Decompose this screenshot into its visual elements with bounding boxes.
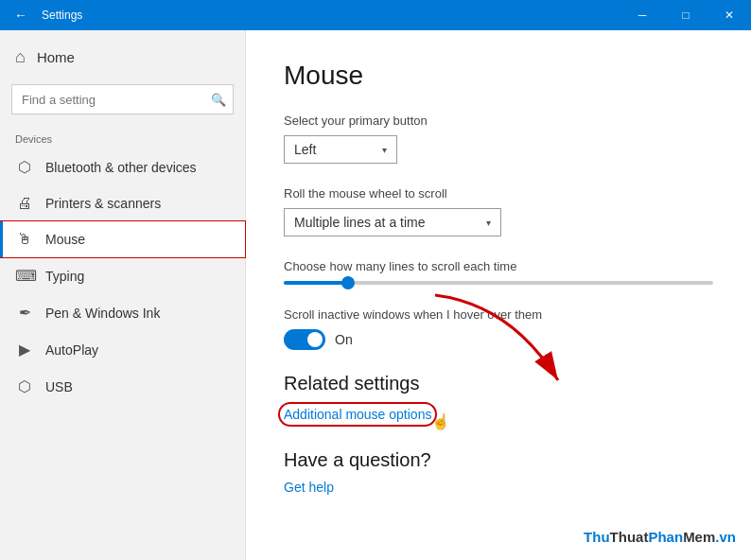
home-label: Home <box>37 49 75 65</box>
cursor-icon: ☝ <box>431 412 450 430</box>
close-icon: ✕ <box>725 9 734 22</box>
slider-track[interactable] <box>284 281 713 285</box>
sidebar-item-printers-label: Printers & scanners <box>45 196 161 211</box>
sidebar-item-pen-label: Pen & Windows Ink <box>45 306 160 321</box>
sidebar-item-bluetooth-label: Bluetooth & other devices <box>45 160 197 175</box>
additional-mouse-link-wrapper: Additional mouse options ☝ <box>284 406 431 423</box>
question-title: Have a question? <box>284 449 713 471</box>
scroll-wheel-label: Roll the mouse wheel to scroll <box>284 186 713 201</box>
sidebar-item-typing-label: Typing <box>45 269 84 284</box>
sidebar-item-mouse[interactable]: 🖱 Mouse <box>0 221 245 257</box>
scroll-inactive-section: Scroll inactive windows when I hover ove… <box>284 307 713 350</box>
scroll-inactive-toggle[interactable] <box>284 329 325 350</box>
primary-button-dropdown[interactable]: Left ▾ <box>284 135 397 164</box>
printers-icon: 🖨 <box>15 195 34 212</box>
titlebar: ← Settings ─ □ ✕ <box>0 0 751 30</box>
sidebar-item-autoplay-label: AutoPlay <box>45 342 98 358</box>
related-settings-title: Related settings <box>284 373 713 394</box>
window-controls: ─ □ ✕ <box>620 0 751 30</box>
toggle-label: On <box>335 332 353 347</box>
slider-container <box>284 281 713 285</box>
watermark-vn: .vn <box>715 529 736 545</box>
additional-mouse-link[interactable]: Additional mouse options <box>284 407 431 422</box>
sidebar-item-usb-label: USB <box>45 379 73 394</box>
sidebar-item-printers[interactable]: 🖨 Printers & scanners <box>0 185 245 221</box>
sidebar-item-typing[interactable]: ⌨ Typing <box>0 257 245 294</box>
sidebar-item-usb[interactable]: ⬡ USB <box>0 368 245 405</box>
primary-button-value: Left <box>294 142 316 157</box>
main-layout: ⌂ Home 🔍 Devices ⬡ Bluetooth & other dev… <box>0 30 751 560</box>
sidebar-home[interactable]: ⌂ Home <box>0 38 245 77</box>
sidebar-search-area: 🔍 <box>11 84 234 114</box>
watermark-thuat: Thuat <box>610 529 649 545</box>
page-title: Mouse <box>284 61 713 91</box>
pen-icon: ✒ <box>15 304 34 322</box>
bluetooth-icon: ⬡ <box>15 158 34 176</box>
watermark-phan: Phan <box>648 529 683 545</box>
typing-icon: ⌨ <box>15 267 34 285</box>
search-input[interactable] <box>11 84 234 114</box>
sidebar: ⌂ Home 🔍 Devices ⬡ Bluetooth & other dev… <box>0 30 246 560</box>
lines-label: Choose how many lines to scroll each tim… <box>284 259 713 273</box>
search-icon: 🔍 <box>211 93 226 107</box>
primary-button-arrow: ▾ <box>382 145 387 155</box>
scroll-arrow: ▾ <box>486 218 491 228</box>
slider-fill <box>284 281 348 285</box>
sidebar-item-pen[interactable]: ✒ Pen & Windows Ink <box>0 294 245 331</box>
slider-thumb[interactable] <box>341 276 355 289</box>
app-title: Settings <box>42 9 82 22</box>
scroll-wheel-section: Roll the mouse wheel to scroll Multiple … <box>284 186 713 236</box>
sidebar-item-bluetooth[interactable]: ⬡ Bluetooth & other devices <box>0 149 245 185</box>
scroll-value: Multiple lines at a time <box>294 215 426 230</box>
content-area: Mouse Select your primary button Left ▾ … <box>246 30 751 560</box>
watermark-mem: Mem <box>683 529 715 545</box>
watermark-thu: Thu <box>584 529 610 545</box>
related-settings-section: Related settings Additional mouse option… <box>284 373 713 423</box>
question-section: Have a question? Get help <box>284 449 713 496</box>
primary-button-label: Select your primary button <box>284 114 713 128</box>
scroll-inactive-label: Scroll inactive windows when I hover ove… <box>284 307 713 322</box>
minimize-button[interactable]: ─ <box>620 0 664 30</box>
minimize-icon: ─ <box>638 9 647 22</box>
primary-button-section: Select your primary button Left ▾ <box>284 114 713 164</box>
back-button[interactable]: ← <box>8 2 34 28</box>
close-button[interactable]: ✕ <box>707 0 751 30</box>
toggle-knob <box>307 332 323 347</box>
autoplay-icon: ▶ <box>15 341 34 359</box>
scroll-dropdown[interactable]: Multiple lines at a time ▾ <box>284 208 501 236</box>
titlebar-left: ← Settings <box>8 2 82 28</box>
maximize-button[interactable]: □ <box>664 0 707 30</box>
usb-icon: ⬡ <box>15 377 34 395</box>
toggle-row: On <box>284 329 713 350</box>
watermark: ThuThuatPhanMem.vn <box>584 529 736 545</box>
sidebar-item-autoplay[interactable]: ▶ AutoPlay <box>0 331 245 368</box>
get-help-link[interactable]: Get help <box>284 480 334 495</box>
maximize-icon: □ <box>682 9 689 22</box>
home-icon: ⌂ <box>15 47 26 67</box>
back-icon: ← <box>14 8 27 23</box>
mouse-icon: 🖱 <box>15 231 34 248</box>
sidebar-item-mouse-label: Mouse <box>45 232 85 247</box>
lines-slider-section: Choose how many lines to scroll each tim… <box>284 259 713 285</box>
sidebar-section-title: Devices <box>0 122 245 149</box>
